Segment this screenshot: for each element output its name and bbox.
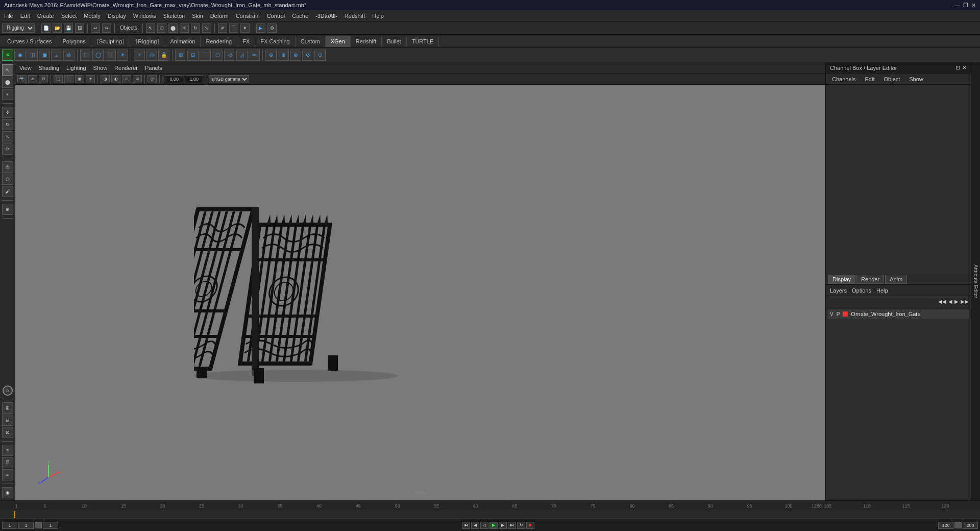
lt-btn3[interactable]: ⊠ — [2, 427, 13, 438]
play-btn[interactable]: ▶ — [489, 522, 498, 529]
xray-btn[interactable]: ✧ — [134, 50, 145, 61]
vp-fov1-input[interactable] — [165, 75, 183, 83]
layer-last-btn[interactable]: ▶▶ — [961, 299, 969, 304]
render-tab[interactable]: Render — [856, 275, 884, 284]
select-tool-btn[interactable]: ↖ — [146, 23, 155, 33]
uv-btn[interactable]: ⟁ — [51, 50, 62, 61]
grid-btn[interactable]: ⊞ — [175, 50, 186, 61]
lt-btn5[interactable]: ≣ — [2, 457, 13, 468]
rotate-btn[interactable]: ↻ — [191, 23, 200, 33]
vp-fit-btn[interactable]: ⊡ — [39, 75, 48, 83]
tab-turtle[interactable]: TURTLE — [407, 36, 439, 47]
minimize-btn[interactable]: — — [954, 2, 960, 9]
multi1-btn[interactable]: ⊛ — [265, 50, 277, 61]
tab-sculpting[interactable]: [ Sculpting ] — [91, 36, 130, 47]
colorspace-selector[interactable]: sRGB gamma — [209, 75, 249, 83]
step-back-btn[interactable]: ◀ — [471, 522, 479, 529]
options-subtab[interactable]: Options — [852, 287, 871, 294]
layer-playback[interactable]: P — [837, 311, 840, 317]
menu-3dto[interactable]: -3DtoAll- — [315, 13, 337, 19]
scale-btn[interactable]: ⤡ — [202, 23, 211, 33]
vertex-btn[interactable]: ◉ — [14, 50, 26, 61]
vp-camera-btn[interactable]: 📷 — [17, 75, 27, 83]
current-frame2-input[interactable] — [43, 522, 58, 529]
menu-skeleton[interactable]: Skeleton — [163, 13, 185, 19]
snap-pt-btn[interactable]: ✦ — [240, 23, 250, 33]
undo-btn[interactable]: ↩ — [91, 23, 100, 33]
play-back-btn[interactable]: ◁ — [480, 522, 488, 529]
multi3-btn[interactable]: ⊗ — [290, 50, 301, 61]
menu-create[interactable]: Create — [37, 13, 54, 19]
multi2-btn[interactable]: ⊕ — [278, 50, 289, 61]
anim-tab[interactable]: Anim — [885, 275, 907, 284]
lt-btn4[interactable]: ≡ — [2, 445, 13, 456]
lt-btn6[interactable]: ≡ — [2, 469, 13, 480]
tab-rendering[interactable]: Rendering — [201, 36, 237, 47]
light-btn[interactable]: ☀ — [117, 50, 128, 61]
multi4-btn[interactable]: ⊘ — [302, 50, 313, 61]
select-mode-btn[interactable]: ✕ — [2, 50, 13, 61]
isolate-btn[interactable]: ◎ — [146, 50, 157, 61]
tab-rigging[interactable]: [ Rigging ] — [130, 36, 165, 47]
layer-next-btn[interactable]: ▶ — [954, 299, 959, 304]
vp-menu-renderer[interactable]: Renderer — [114, 65, 138, 71]
show-manip-btn[interactable]: ⊕ — [2, 204, 13, 215]
vp-light-btn[interactable]: ☀ — [86, 75, 95, 83]
menu-help[interactable]: Help — [372, 13, 384, 19]
start-frame-input[interactable] — [2, 522, 17, 529]
vp-wireframe-btn[interactable]: ⬚ — [54, 75, 63, 83]
poly-btn[interactable]: ⬡ — [212, 50, 223, 61]
paint-weights-btn[interactable]: 🖌 — [2, 186, 13, 197]
menu-control[interactable]: Control — [267, 13, 285, 19]
sculpt-btn[interactable]: ⬠ — [2, 174, 13, 185]
menu-constrain[interactable]: Constrain — [236, 13, 260, 19]
crease-btn[interactable]: ◁ — [224, 50, 235, 61]
lasso-btn[interactable]: ⬡ — [157, 23, 166, 33]
vp-motionblur-btn[interactable]: ≋ — [133, 75, 142, 83]
current-frame-input[interactable] — [18, 522, 34, 529]
scale-tool-btn[interactable]: ⤡ — [2, 131, 13, 142]
loop-btn[interactable]: ↻ — [517, 522, 525, 529]
menu-windows[interactable]: Windows — [133, 13, 156, 19]
timeline-bar[interactable] — [0, 511, 980, 519]
display-tab[interactable]: Display — [828, 275, 855, 284]
vp-solid-btn[interactable]: ⬛ — [64, 75, 74, 83]
maximize-btn[interactable]: ❐ — [963, 2, 968, 9]
menu-skin[interactable]: Skin — [192, 13, 203, 19]
menu-cache[interactable]: Cache — [292, 13, 308, 19]
tab-fx[interactable]: FX — [237, 36, 255, 47]
menu-redshift[interactable]: Redshift — [345, 13, 365, 19]
go-start-btn[interactable]: ⏮ — [462, 522, 470, 529]
close-btn[interactable]: ✕ — [971, 2, 976, 9]
tab-bullet[interactable]: Bullet — [382, 36, 407, 47]
layer-first-btn[interactable]: ◀◀ — [938, 299, 946, 304]
soft-mod-btn[interactable]: ◎ — [2, 161, 13, 173]
tab-fx-caching[interactable]: FX Caching — [255, 36, 295, 47]
layer-visibility[interactable]: V — [830, 311, 834, 317]
wireframe-btn[interactable]: ⬚ — [80, 50, 91, 61]
render-settings-btn[interactable]: ⚙ — [267, 23, 277, 33]
open-btn[interactable]: 📂 — [53, 23, 62, 33]
lt-btn7[interactable]: ◉ — [2, 487, 13, 498]
panel-close-btn[interactable]: ✕ — [962, 64, 967, 71]
lasso-select-btn[interactable]: ⌖ — [2, 89, 13, 100]
show-tab[interactable]: Show — [907, 75, 925, 83]
new-scene-btn[interactable]: 📄 — [41, 23, 51, 33]
vp-dof-btn[interactable]: ⊙ — [122, 75, 131, 83]
paint-btn[interactable]: ⬤ — [168, 23, 178, 33]
lt-btn2[interactable]: ⊟ — [2, 415, 13, 426]
universal-manip-btn[interactable]: ⟳ — [2, 143, 13, 155]
vp-menu-panels[interactable]: Panels — [145, 65, 162, 71]
vp-texture-btn[interactable]: ▣ — [75, 75, 84, 83]
menu-deform[interactable]: Deform — [210, 13, 229, 19]
vp-isolate-btn[interactable]: ◎ — [148, 75, 157, 83]
layers-subtab[interactable]: Layers — [830, 287, 847, 294]
vp-grid-btn[interactable]: # — [28, 75, 37, 83]
channels-tab[interactable]: Channels — [830, 75, 857, 83]
end-frame-input[interactable] — [938, 522, 953, 529]
help-subtab[interactable]: Help — [876, 287, 888, 294]
viewport-canvas[interactable]: X Y Z persp — [15, 85, 825, 500]
edit-btn[interactable]: ✏ — [249, 50, 260, 61]
multi5-btn[interactable]: ⊙ — [314, 50, 326, 61]
face-btn[interactable]: ▣ — [39, 50, 50, 61]
